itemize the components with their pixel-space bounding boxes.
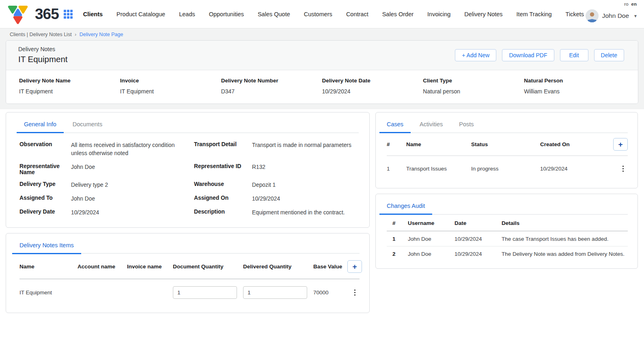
nav-item-invoicing[interactable]: Invoicing: [427, 11, 450, 17]
row-kebab-menu-icon[interactable]: [618, 164, 628, 174]
cases-table-header: # Name Status Created On +: [387, 133, 628, 156]
tab-delivery-notes-items[interactable]: Delivery Notes Items: [12, 239, 81, 254]
nav-item-sales-quote[interactable]: Sales Quote: [258, 11, 290, 17]
field-label: Warehouse: [191, 179, 252, 192]
col-account-name: Account name: [78, 264, 127, 270]
field-value: All items received in satisfactory condi…: [71, 139, 191, 161]
header-strip: Delivery Notes IT Equipment + Add New Do…: [6, 41, 638, 70]
breadcrumb: Clients | Delivery Notes List › Delivery…: [6, 28, 638, 40]
header-titles: Delivery Notes IT Equipment: [18, 46, 68, 64]
page-subtitle: Delivery Notes: [18, 46, 68, 52]
delivery-notes-items-card: Delivery Notes Items Name Account name I…: [6, 233, 370, 313]
tab-cases[interactable]: Cases: [379, 118, 411, 133]
nav-item-product-catalogue[interactable]: Product Catalogue: [116, 11, 165, 17]
col-name: Name: [19, 264, 78, 270]
logo-triangles-icon: [6, 3, 29, 26]
items-tabs: Delivery Notes Items: [19, 239, 360, 254]
field-value: R132: [252, 161, 359, 179]
col-details: Details: [502, 220, 628, 226]
tab-posts[interactable]: Posts: [452, 118, 481, 133]
nav-item-opportunities[interactable]: Opportunities: [209, 11, 244, 17]
audit-details: The Delivery Note was added from Deliver…: [502, 251, 628, 257]
tab-activities[interactable]: Activities: [412, 118, 450, 133]
audit-details: The case Transport Issues has been added…: [502, 236, 628, 242]
avatar: [586, 9, 599, 22]
field-label: Description: [191, 206, 252, 220]
cases-tabs: Cases Activities Posts: [387, 118, 628, 133]
header-actions: + Add New Download PDF Edit Delete: [455, 49, 626, 61]
nav-item-clients[interactable]: Clients: [83, 11, 103, 17]
document-quantity-input[interactable]: [173, 286, 237, 299]
table-row: 2 John Doe 10/29/2024 The Delivery Note …: [387, 246, 628, 261]
changes-audit-card: Changes Audit # Username Date Details 1 …: [375, 194, 638, 269]
delete-button[interactable]: Delete: [594, 49, 624, 61]
field-value: 10/29/2024: [71, 206, 191, 220]
audit-table-header: # Username Date Details: [387, 215, 628, 231]
nav-item-tickets[interactable]: Tickets: [566, 11, 584, 17]
tab-documents[interactable]: Documents: [65, 118, 110, 133]
col-number: #: [392, 220, 408, 226]
field-label: Representative ID: [191, 161, 252, 179]
case-status: In progress: [471, 166, 540, 172]
nav-item-customers[interactable]: Customers: [304, 11, 332, 17]
apps-grid-icon[interactable]: [64, 10, 73, 19]
field-label: Representative Name: [17, 161, 71, 179]
summary-field-natural-person: Natural Person William Evans: [524, 78, 625, 95]
col-name: Name: [406, 141, 471, 147]
row-kebab-menu-icon[interactable]: [350, 288, 360, 298]
col-username: Username: [408, 220, 454, 226]
general-info-fields: Observation All items received in satisf…: [17, 133, 359, 220]
col-created-on: Created On: [540, 141, 610, 147]
brand-logo[interactable]: 365: [6, 3, 59, 26]
case-created-on: 10/29/2024: [540, 166, 610, 172]
edit-button[interactable]: Edit: [560, 49, 588, 61]
col-invoice-name: Invoice name: [127, 264, 173, 270]
field-value: 10/29/2024: [252, 192, 359, 206]
breadcrumb-current[interactable]: Delivery Note Page: [80, 32, 123, 37]
lang-ro[interactable]: ro: [624, 2, 628, 6]
general-info-tabs: General Info Documents: [17, 118, 359, 133]
summary-field-invoice: Invoice IT Equipment: [120, 78, 221, 95]
delivered-quantity-input[interactable]: [243, 286, 307, 299]
case-number: 1: [387, 166, 406, 172]
field-label: Assigned On: [191, 192, 252, 206]
item-name: IT Equipment: [19, 289, 78, 296]
summary-field-delivery-note-date: Delivery Note Date 10/29/2024: [322, 78, 423, 95]
breadcrumb-separator: ›: [75, 32, 76, 37]
lang-en[interactable]: en: [631, 2, 637, 6]
nav-item-delivery-notes[interactable]: Delivery Notes: [464, 11, 502, 17]
nav-item-leads[interactable]: Leads: [179, 11, 195, 17]
nav-item-item-tracking[interactable]: Item Tracking: [517, 11, 552, 17]
main-content: General Info Documents Observation All i…: [0, 109, 644, 313]
download-pdf-button[interactable]: Download PDF: [502, 49, 554, 61]
items-table-header: Name Account name Invoice name Document …: [19, 254, 360, 279]
user-name: John Doe: [602, 12, 629, 19]
table-row: 1 John Doe 10/29/2024 The case Transport…: [387, 231, 628, 246]
topbar-right: ro en John Doe ▼: [586, 0, 638, 28]
plus-icon: +: [618, 140, 622, 148]
brand-365-text: 365: [35, 6, 59, 23]
nav-item-contract[interactable]: Contract: [346, 11, 368, 17]
chevron-down-icon: ▼: [633, 14, 638, 18]
add-new-button[interactable]: + Add New: [455, 49, 496, 61]
cases-card: Cases Activities Posts # Name Status Cre…: [375, 112, 638, 188]
user-menu[interactable]: John Doe ▼: [586, 9, 638, 22]
add-case-button[interactable]: +: [613, 138, 628, 151]
field-value: Delivery type 2: [71, 179, 191, 192]
add-item-button[interactable]: +: [347, 260, 362, 273]
tab-general-info[interactable]: General Info: [17, 118, 64, 133]
nav-item-sales-order[interactable]: Sales Order: [382, 11, 414, 17]
top-nav-bar: 365 Clients Product Catalogue Leads Oppo…: [0, 0, 644, 28]
field-label: Assigned To: [17, 192, 71, 206]
summary-field-delivery-note-name: Delivery Note Name IT Equipment: [19, 78, 120, 95]
col-base-value: Base Value: [313, 264, 347, 270]
breadcrumb-root[interactable]: Clients | Delivery Notes List: [10, 32, 72, 37]
field-value: Transport is made in normal parameters: [252, 139, 359, 161]
left-column: General Info Documents Observation All i…: [6, 112, 370, 313]
summary-fields: Delivery Note Name IT Equipment Invoice …: [6, 70, 638, 104]
table-row: IT Equipment 70000: [19, 279, 360, 305]
col-status: Status: [471, 141, 540, 147]
table-row: 1 Transport Issues In progress 10/29/202…: [387, 156, 628, 181]
field-value: John Doe: [71, 192, 191, 206]
tab-changes-audit[interactable]: Changes Audit: [379, 200, 432, 215]
